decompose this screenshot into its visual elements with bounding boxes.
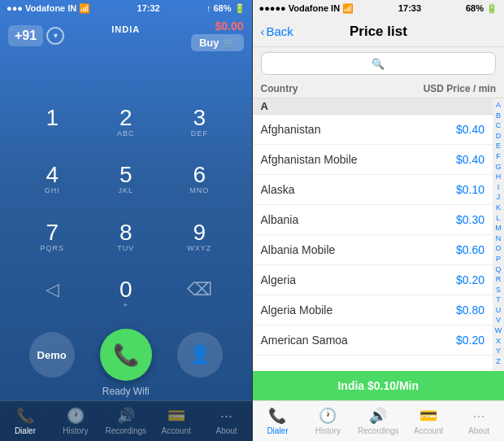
alpha-letter-u[interactable]: U xyxy=(496,305,502,316)
tab-dialer[interactable]: 📞 Dialer xyxy=(0,401,50,441)
r-tab-dialer[interactable]: 📞 Dialer xyxy=(253,401,303,441)
alpha-letter-b[interactable]: B xyxy=(496,111,501,121)
country-name: Algeria Mobile xyxy=(261,303,333,317)
battery-icon: 🔋 xyxy=(234,3,245,14)
r-about-icon: ··· xyxy=(473,408,485,425)
dial-display xyxy=(0,56,252,95)
alpha-letter-x[interactable]: X xyxy=(496,336,501,347)
table-row[interactable]: Albania Mobile$0.60 xyxy=(253,235,493,265)
alpha-letter-w[interactable]: W xyxy=(495,325,502,336)
buy-button[interactable]: Buy 🛒 xyxy=(191,34,244,51)
table-row[interactable]: Albania$0.30 xyxy=(253,205,493,235)
country-name: Albania Mobile xyxy=(261,243,336,256)
alpha-letter-a[interactable]: A xyxy=(496,100,501,111)
table-row[interactable]: American Samoa$0.20 xyxy=(253,325,493,356)
alpha-letter-l[interactable]: L xyxy=(496,213,500,224)
table-row[interactable]: Algeria$0.20 xyxy=(253,265,493,295)
alpha-index[interactable]: ABCDEFGHIJKLMNOPQRSTUVWXYZ xyxy=(493,98,504,371)
country-code[interactable]: +91 xyxy=(8,25,43,46)
contacts-button[interactable]: 👤 xyxy=(177,332,223,378)
demo-button[interactable]: Demo xyxy=(29,332,75,378)
tab-history[interactable]: 🕐 History xyxy=(50,401,101,441)
alpha-letter-v[interactable]: V xyxy=(496,315,501,325)
table-row[interactable]: Afghanistan Mobile$0.40 xyxy=(253,145,493,175)
price-value: $0.20 xyxy=(456,273,484,286)
r-tab-account[interactable]: 💳 Account xyxy=(403,401,454,441)
dial-key-7[interactable]: 7 PQRS xyxy=(16,210,89,265)
dial-grid: 1 2 ABC 3 DEF 4 GHI 5 JKL 6 MNO 7 PQRS 8 xyxy=(0,95,252,322)
dial-key-2[interactable]: 2 ABC xyxy=(90,95,163,151)
r-wifi-icon: 📶 xyxy=(342,3,354,14)
dial-key-3[interactable]: 3 DEF xyxy=(163,95,236,151)
r-tab-recordings[interactable]: 🔊 Recordings xyxy=(353,401,403,441)
dial-key-8[interactable]: 8 TUV xyxy=(90,210,163,265)
dial-key-backspace[interactable]: ⌫ xyxy=(163,267,236,322)
r-dialer-icon: 📞 xyxy=(268,407,286,425)
back-button[interactable]: ‹ Back xyxy=(261,24,293,38)
tab-history-label: History xyxy=(63,426,88,435)
r-tab-history[interactable]: 🕐 History xyxy=(302,401,353,441)
action-row: Demo 📞 👤 xyxy=(0,322,252,384)
country-name: Algeria xyxy=(261,273,297,286)
price-list[interactable]: A Afghanistan$0.40Afghanistan Mobile$0.4… xyxy=(253,98,493,371)
alpha-letter-y[interactable]: Y xyxy=(496,346,501,356)
table-row[interactable]: Algeria Mobile$0.80 xyxy=(253,295,493,325)
tab-dialer-label: Dialer xyxy=(15,426,36,435)
alpha-letter-p[interactable]: P xyxy=(496,254,501,264)
left-panel: ●●● Vodafone IN 📶 17:32 ↑ 68% 🔋 +91 ▾ IN… xyxy=(0,0,252,441)
alpha-letter-g[interactable]: G xyxy=(495,162,501,172)
r-tab-recordings-label: Recordings xyxy=(358,426,399,435)
alpha-letter-k[interactable]: K xyxy=(496,203,501,213)
alpha-letter-h[interactable]: H xyxy=(496,172,502,182)
alpha-letter-d[interactable]: D xyxy=(496,131,502,142)
dial-key-5[interactable]: 5 JKL xyxy=(90,152,163,207)
call-button[interactable]: 📞 xyxy=(100,329,152,381)
table-header: Country USD Price / min xyxy=(253,80,505,98)
history-icon: 🕐 xyxy=(67,407,85,425)
alpha-letter-q[interactable]: Q xyxy=(495,264,501,275)
page-title: Price list xyxy=(293,24,463,40)
tab-about[interactable]: ··· About xyxy=(202,401,252,441)
alpha-letter-i[interactable]: I xyxy=(497,182,500,193)
dial-key-arrow[interactable]: ◁ xyxy=(16,267,89,322)
table-row[interactable]: Afghanistan$0.40 xyxy=(253,115,493,145)
table-row[interactable]: Alaska$0.10 xyxy=(253,175,493,205)
dial-key-6[interactable]: 6 MNO xyxy=(163,152,236,207)
dial-key-0[interactable]: 0 + xyxy=(90,267,163,322)
top-bar: +91 ▾ INDIA $0.00 Buy 🛒 xyxy=(0,16,252,56)
price-value: $0.10 xyxy=(456,183,484,196)
country-name: Alaska xyxy=(261,183,295,196)
alpha-letter-c[interactable]: C xyxy=(496,120,502,131)
search-input[interactable]: 🔍 xyxy=(261,52,497,75)
alpha-letter-n[interactable]: N xyxy=(496,234,502,244)
back-chevron-icon: ‹ xyxy=(261,24,265,38)
alpha-letter-r[interactable]: R xyxy=(496,274,502,285)
r-carrier-name: Vodafone IN xyxy=(289,3,340,13)
r-signal-icon: ●●●●● xyxy=(259,3,286,13)
balance-display: $0.00 xyxy=(215,20,243,33)
chevron-down-icon[interactable]: ▾ xyxy=(46,27,64,45)
dial-key-4[interactable]: 4 GHI xyxy=(16,152,89,207)
alpha-letter-z[interactable]: Z xyxy=(496,356,501,367)
country-selector[interactable]: +91 ▾ xyxy=(8,25,64,46)
column-country: Country xyxy=(261,83,298,94)
alpha-letter-o[interactable]: O xyxy=(495,243,501,254)
recordings-icon: 🔊 xyxy=(117,407,135,425)
tab-account[interactable]: 💳 Account xyxy=(151,401,202,441)
phone-icon: 📞 xyxy=(113,343,139,368)
alpha-letter-f[interactable]: F xyxy=(496,151,501,162)
alpha-letter-e[interactable]: E xyxy=(496,141,501,151)
alpha-letter-m[interactable]: M xyxy=(495,223,502,234)
alpha-letter-j[interactable]: J xyxy=(497,192,501,203)
wifi-icon: 📶 xyxy=(79,3,90,14)
price-list-container: A Afghanistan$0.40Afghanistan Mobile$0.4… xyxy=(253,98,505,371)
r-tab-about[interactable]: ··· About xyxy=(454,401,504,441)
alpha-letter-s[interactable]: S xyxy=(496,285,501,295)
dial-key-1[interactable]: 1 xyxy=(16,95,89,151)
left-bottom-tabs: 📞 Dialer 🕐 History 🔊 Recordings 💳 Accoun… xyxy=(0,400,252,441)
r-tab-about-label: About xyxy=(468,426,489,435)
dial-key-9[interactable]: 9 WXYZ xyxy=(163,210,236,265)
tab-recordings[interactable]: 🔊 Recordings xyxy=(101,401,151,441)
alpha-letter-t[interactable]: T xyxy=(496,295,501,305)
r-tab-dialer-label: Dialer xyxy=(267,426,288,435)
